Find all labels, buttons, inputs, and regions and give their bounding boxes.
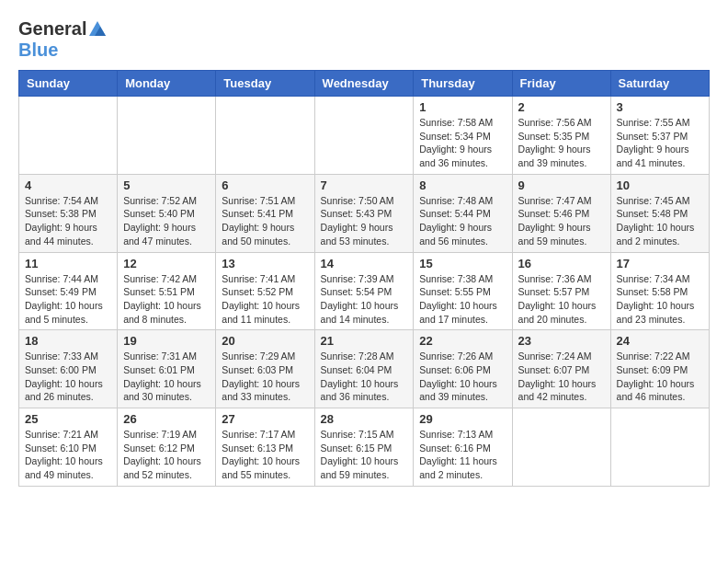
day-number: 28 [321,412,408,426]
day-number: 11 [25,257,111,270]
day-number: 6 [222,178,308,192]
calendar-cell: 27Sunrise: 7:17 AM Sunset: 6:13 PM Dayli… [216,408,314,487]
calendar-header-row: SundayMondayTuesdayWednesdayThursdayFrid… [19,71,710,97]
logo-general: General [18,18,86,40]
calendar-cell: 28Sunrise: 7:15 AM Sunset: 6:15 PM Dayli… [314,408,414,487]
day-number: 5 [123,178,210,192]
day-info: Sunrise: 7:15 AM Sunset: 6:15 PM Dayligh… [321,428,408,482]
day-number: 13 [222,257,308,270]
day-number: 7 [321,178,408,192]
day-info: Sunrise: 7:38 AM Sunset: 5:55 PM Dayligh… [419,272,506,327]
day-number: 27 [222,412,308,426]
calendar-cell: 16Sunrise: 7:36 AM Sunset: 5:57 PM Dayli… [512,252,610,330]
calendar-cell: 29Sunrise: 7:13 AM Sunset: 6:16 PM Dayli… [414,408,512,487]
calendar-cell: 11Sunrise: 7:44 AM Sunset: 5:49 PM Dayli… [19,252,118,330]
day-info: Sunrise: 7:34 AM Sunset: 5:58 PM Dayligh… [617,272,703,327]
day-info: Sunrise: 7:26 AM Sunset: 6:06 PM Dayligh… [419,350,506,404]
day-number: 25 [25,412,111,426]
day-number: 29 [419,412,506,426]
week-row-0: 1Sunrise: 7:58 AM Sunset: 5:34 PM Daylig… [19,97,710,175]
day-header-friday: Friday [512,71,610,97]
day-info: Sunrise: 7:36 AM Sunset: 5:57 PM Dayligh… [518,272,605,327]
day-header-saturday: Saturday [610,71,709,97]
day-info: Sunrise: 7:51 AM Sunset: 5:41 PM Dayligh… [222,194,308,248]
calendar-cell: 3Sunrise: 7:55 AM Sunset: 5:37 PM Daylig… [610,97,709,175]
calendar-cell: 10Sunrise: 7:45 AM Sunset: 5:48 PM Dayli… [610,174,709,252]
calendar-cell: 21Sunrise: 7:28 AM Sunset: 6:04 PM Dayli… [314,330,414,408]
day-info: Sunrise: 7:19 AM Sunset: 6:12 PM Dayligh… [123,428,210,482]
day-number: 26 [123,412,210,426]
day-number: 23 [518,334,605,348]
calendar-cell: 23Sunrise: 7:24 AM Sunset: 6:07 PM Dayli… [512,330,610,408]
day-number: 1 [419,100,506,114]
day-info: Sunrise: 7:28 AM Sunset: 6:04 PM Dayligh… [321,350,408,404]
calendar-cell [216,97,314,175]
day-info: Sunrise: 7:39 AM Sunset: 5:54 PM Dayligh… [321,272,408,327]
day-number: 16 [518,257,605,270]
calendar-cell: 1Sunrise: 7:58 AM Sunset: 5:34 PM Daylig… [414,97,512,175]
day-number: 10 [617,178,703,192]
day-number: 14 [321,257,408,270]
day-info: Sunrise: 7:21 AM Sunset: 6:10 PM Dayligh… [25,428,111,482]
calendar-cell: 17Sunrise: 7:34 AM Sunset: 5:58 PM Dayli… [610,252,709,330]
day-number: 3 [617,100,703,114]
calendar-cell: 7Sunrise: 7:50 AM Sunset: 5:43 PM Daylig… [314,174,414,252]
calendar-cell: 25Sunrise: 7:21 AM Sunset: 6:10 PM Dayli… [19,408,118,487]
day-info: Sunrise: 7:52 AM Sunset: 5:40 PM Dayligh… [123,194,210,248]
day-header-tuesday: Tuesday [216,71,314,97]
calendar-cell: 13Sunrise: 7:41 AM Sunset: 5:52 PM Dayli… [216,252,314,330]
day-info: Sunrise: 7:50 AM Sunset: 5:43 PM Dayligh… [321,194,408,248]
day-number: 18 [25,334,111,348]
header: General Blue [18,18,710,61]
logo-icon [87,19,108,40]
calendar-cell: 2Sunrise: 7:56 AM Sunset: 5:35 PM Daylig… [512,97,610,175]
day-header-thursday: Thursday [414,71,512,97]
day-header-sunday: Sunday [19,71,118,97]
calendar-cell: 22Sunrise: 7:26 AM Sunset: 6:06 PM Dayli… [414,330,512,408]
day-info: Sunrise: 7:33 AM Sunset: 6:00 PM Dayligh… [25,350,111,404]
calendar-cell [118,97,216,175]
day-number: 15 [419,257,506,270]
calendar-cell: 12Sunrise: 7:42 AM Sunset: 5:51 PM Dayli… [118,252,216,330]
day-number: 21 [321,334,408,348]
calendar-cell: 19Sunrise: 7:31 AM Sunset: 6:01 PM Dayli… [118,330,216,408]
calendar-cell: 6Sunrise: 7:51 AM Sunset: 5:41 PM Daylig… [216,174,314,252]
day-header-monday: Monday [118,71,216,97]
calendar-cell: 9Sunrise: 7:47 AM Sunset: 5:46 PM Daylig… [512,174,610,252]
day-info: Sunrise: 7:45 AM Sunset: 5:48 PM Dayligh… [617,194,703,248]
calendar-cell [314,97,414,175]
calendar-cell [19,97,118,175]
day-number: 9 [518,178,605,192]
day-info: Sunrise: 7:56 AM Sunset: 5:35 PM Dayligh… [518,116,605,170]
day-info: Sunrise: 7:42 AM Sunset: 5:51 PM Dayligh… [123,272,210,327]
calendar-cell: 20Sunrise: 7:29 AM Sunset: 6:03 PM Dayli… [216,330,314,408]
day-info: Sunrise: 7:54 AM Sunset: 5:38 PM Dayligh… [25,194,111,248]
day-info: Sunrise: 7:48 AM Sunset: 5:44 PM Dayligh… [419,194,506,248]
day-info: Sunrise: 7:47 AM Sunset: 5:46 PM Dayligh… [518,194,605,248]
day-number: 19 [123,334,210,348]
day-info: Sunrise: 7:24 AM Sunset: 6:07 PM Dayligh… [518,350,605,404]
calendar: SundayMondayTuesdayWednesdayThursdayFrid… [18,70,710,487]
day-info: Sunrise: 7:58 AM Sunset: 5:34 PM Dayligh… [419,116,506,170]
calendar-cell: 14Sunrise: 7:39 AM Sunset: 5:54 PM Dayli… [314,252,414,330]
day-info: Sunrise: 7:13 AM Sunset: 6:16 PM Dayligh… [419,428,506,482]
day-info: Sunrise: 7:29 AM Sunset: 6:03 PM Dayligh… [222,350,308,404]
day-info: Sunrise: 7:31 AM Sunset: 6:01 PM Dayligh… [123,350,210,404]
logo: General Blue [18,18,108,61]
week-row-2: 11Sunrise: 7:44 AM Sunset: 5:49 PM Dayli… [19,252,710,330]
week-row-4: 25Sunrise: 7:21 AM Sunset: 6:10 PM Dayli… [19,408,710,487]
day-info: Sunrise: 7:55 AM Sunset: 5:37 PM Dayligh… [617,116,703,170]
calendar-cell: 15Sunrise: 7:38 AM Sunset: 5:55 PM Dayli… [414,252,512,330]
day-number: 4 [25,178,111,192]
calendar-cell [610,408,709,487]
day-number: 24 [617,334,703,348]
calendar-cell: 18Sunrise: 7:33 AM Sunset: 6:00 PM Dayli… [19,330,118,408]
calendar-cell: 4Sunrise: 7:54 AM Sunset: 5:38 PM Daylig… [19,174,118,252]
calendar-cell [512,408,610,487]
calendar-cell: 24Sunrise: 7:22 AM Sunset: 6:09 PM Dayli… [610,330,709,408]
day-info: Sunrise: 7:22 AM Sunset: 6:09 PM Dayligh… [617,350,703,404]
day-info: Sunrise: 7:44 AM Sunset: 5:49 PM Dayligh… [25,272,111,327]
day-number: 17 [617,257,703,270]
week-row-3: 18Sunrise: 7:33 AM Sunset: 6:00 PM Dayli… [19,330,710,408]
day-info: Sunrise: 7:41 AM Sunset: 5:52 PM Dayligh… [222,272,308,327]
